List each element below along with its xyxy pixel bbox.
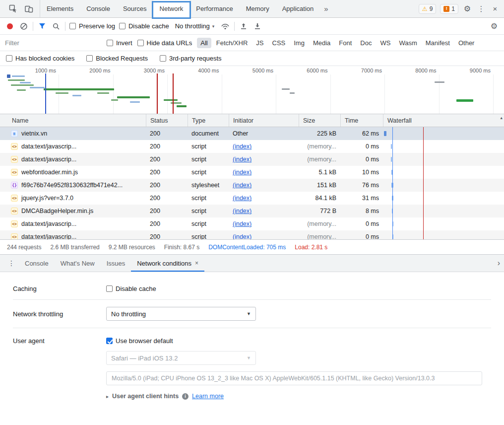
settings-gear-icon[interactable]: ⚙ xyxy=(462,4,472,14)
client-hints-label[interactable]: User agent client hints xyxy=(112,393,179,400)
close-devtools-icon[interactable]: × xyxy=(490,4,500,14)
warnings-badge[interactable]: ⚠ 9 xyxy=(419,4,436,14)
table-row[interactable]: {}f69c76b74e952f8130632ffb471e42...200st… xyxy=(0,179,504,192)
more-options-icon[interactable]: ⋮ xyxy=(476,4,486,14)
tab-sources[interactable]: Sources xyxy=(117,0,153,17)
info-icon[interactable]: i xyxy=(182,393,189,400)
initiator-link[interactable]: (index) xyxy=(233,233,252,239)
devtools-window: ElementsConsoleSourcesNetworkPerformance… xyxy=(0,0,504,425)
chevron-down-icon: ▼ xyxy=(247,311,251,316)
filter-chip-fetch-xhr[interactable]: Fetch/XHR xyxy=(213,38,252,48)
learn-more-link[interactable]: Learn more xyxy=(192,393,224,400)
throttling-dropdown[interactable]: No throttling ▾ xyxy=(173,21,217,31)
tab-network[interactable]: Network xyxy=(153,0,190,17)
column-header-type[interactable]: Type xyxy=(188,114,229,127)
column-header-size[interactable]: Size xyxy=(299,114,340,127)
filter-chip-font[interactable]: Font xyxy=(335,38,355,48)
filter-chip-other[interactable]: Other xyxy=(455,38,478,48)
issue-icon: ! xyxy=(443,6,449,12)
column-header-initiator[interactable]: Initiator xyxy=(229,114,299,127)
clear-button[interactable] xyxy=(19,21,29,31)
throttling-select[interactable]: No throttling ▼ xyxy=(106,307,256,321)
filter-chip-doc[interactable]: Doc xyxy=(357,38,375,48)
drawer-more-icon[interactable]: › xyxy=(498,259,500,268)
drawer-tab-what-s-new[interactable]: What's New xyxy=(55,255,101,272)
initiator-link[interactable]: (index) xyxy=(233,143,252,150)
hide-data-urls-checkbox[interactable]: Hide data URLs xyxy=(137,39,192,47)
network-settings-gear-icon[interactable]: ⚙ xyxy=(489,21,499,31)
size-cell: (memory... xyxy=(299,153,340,166)
issues-badge[interactable]: ! 1 xyxy=(440,4,458,14)
time-cell: 0 ms xyxy=(340,230,383,239)
table-row[interactable]: <>jquery.js?ver=3.7.0200script(index)84.… xyxy=(0,192,504,205)
tab-performance[interactable]: Performance xyxy=(189,0,239,17)
filter-input[interactable] xyxy=(5,39,102,47)
inspect-element-icon[interactable] xyxy=(8,4,18,14)
status-cell: 200 xyxy=(146,217,188,230)
name-cell: <>jquery.js?ver=3.7.0 xyxy=(0,192,146,205)
drawer-toolbar: ⋮ ConsoleWhat's NewIssuesNetwork conditi… xyxy=(0,254,504,272)
timeline-activity-bar xyxy=(8,79,25,81)
record-button[interactable] xyxy=(5,21,15,31)
filter-chip-manifest[interactable]: Manifest xyxy=(422,38,453,48)
column-header-name[interactable]: Name xyxy=(0,114,146,127)
drawer-menu-icon[interactable]: ⋮ xyxy=(4,259,19,267)
script-icon: <> xyxy=(11,220,18,227)
table-row[interactable]: <>data:text/javascrip...200script(index)… xyxy=(0,153,504,166)
initiator-link[interactable]: (index) xyxy=(233,182,252,189)
throttling-value: No throttling xyxy=(175,22,210,30)
disable-cache-checkbox[interactable]: Disable cache xyxy=(119,22,169,30)
tab-console[interactable]: Console xyxy=(80,0,117,17)
filter-chip-ws[interactable]: WS xyxy=(377,38,394,48)
column-header-status[interactable]: Status xyxy=(146,114,188,127)
network-conditions-icon[interactable] xyxy=(220,21,230,31)
drawer-tab-issues[interactable]: Issues xyxy=(101,255,131,272)
filter-chip-media[interactable]: Media xyxy=(310,38,334,48)
filter-chip-img[interactable]: Img xyxy=(290,38,308,48)
time-cell: 8 ms xyxy=(340,205,383,217)
request-name: DMCABadgeHelper.min.js xyxy=(21,208,93,214)
initiator-link[interactable]: (index) xyxy=(233,195,252,202)
checkbox-has-blocked-cookies[interactable]: Has blocked cookies xyxy=(6,55,74,62)
device-toolbar-icon[interactable] xyxy=(24,4,34,14)
export-har-icon[interactable] xyxy=(252,21,262,31)
table-row[interactable]: <>webfontloader.min.js200script(index)5.… xyxy=(0,166,504,179)
column-header-waterfall[interactable]: Waterfall▴ xyxy=(383,114,504,127)
initiator-link[interactable]: (index) xyxy=(233,208,252,214)
drawer-tab-network-conditions[interactable]: Network conditions× xyxy=(131,255,204,272)
request-name: data:text/javascrip... xyxy=(21,220,76,227)
triangle-right-icon[interactable]: ▸ xyxy=(106,394,109,399)
table-row[interactable]: <>data:text/javascrip...200script(index)… xyxy=(0,230,504,239)
timeline-gridline xyxy=(439,74,440,114)
table-row[interactable]: <>data:text/javascrip...200script(index)… xyxy=(0,217,504,230)
initiator-cell: (index) xyxy=(229,192,299,205)
initiator-link[interactable]: (index) xyxy=(233,220,252,227)
filter-chip-js[interactable]: JS xyxy=(252,38,267,48)
filter-chip-css[interactable]: CSS xyxy=(269,38,289,48)
table-row[interactable]: ≡vietnix.vn200documentOther225 kB62 ms xyxy=(0,127,504,140)
checkbox-blocked-requests[interactable]: Blocked Requests xyxy=(86,55,148,62)
invert-checkbox[interactable]: Invert xyxy=(107,39,132,47)
use-browser-default-checkbox[interactable]: Use browser default xyxy=(106,337,482,345)
initiator-link[interactable]: (index) xyxy=(233,169,252,176)
filter-icon[interactable] xyxy=(37,21,47,31)
import-har-icon[interactable] xyxy=(239,21,249,31)
drawer-tab-console[interactable]: Console xyxy=(19,255,55,272)
tab-application[interactable]: Application xyxy=(276,0,320,17)
checkbox-3rd-party-requests[interactable]: 3rd-party requests xyxy=(160,55,222,62)
tab-elements[interactable]: Elements xyxy=(40,0,80,17)
initiator-link[interactable]: (index) xyxy=(233,156,252,163)
search-icon[interactable] xyxy=(51,21,61,31)
column-header-label: Initiator xyxy=(233,117,253,124)
preserve-log-checkbox[interactable]: Preserve log xyxy=(69,22,115,30)
table-row[interactable]: <>data:text/javascrip...200script(index)… xyxy=(0,140,504,153)
filter-chip-wasm[interactable]: Wasm xyxy=(395,38,420,48)
more-tabs-icon[interactable]: » xyxy=(320,4,332,13)
disable-cache-condition-checkbox[interactable]: Disable cache xyxy=(106,285,156,292)
table-row[interactable]: <>DMCABadgeHelper.min.js200script(index)… xyxy=(0,205,504,217)
tab-memory[interactable]: Memory xyxy=(240,0,276,17)
timeline-overview[interactable]: 1000 ms2000 ms3000 ms4000 ms5000 ms6000 … xyxy=(0,66,504,114)
column-header-time[interactable]: Time xyxy=(340,114,383,127)
close-tab-icon[interactable]: × xyxy=(195,260,198,267)
filter-chip-all[interactable]: All xyxy=(197,38,211,48)
